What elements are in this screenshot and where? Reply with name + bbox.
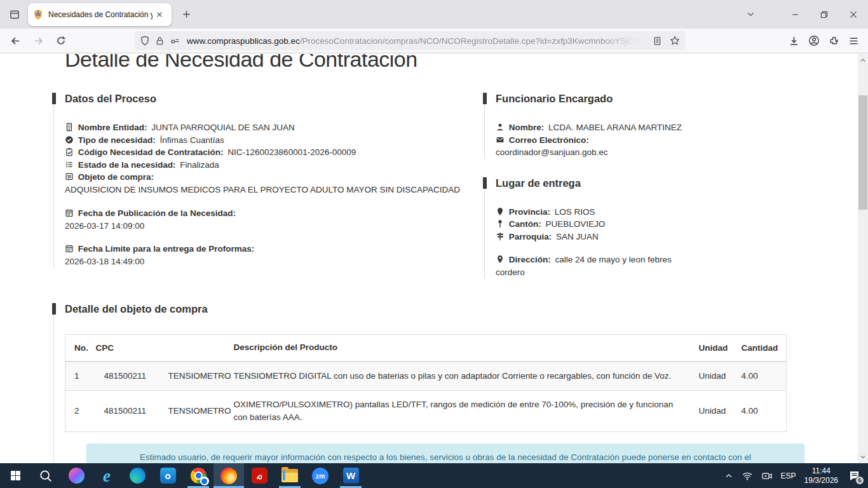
taskbar-file-explorer-button[interactable] bbox=[275, 463, 305, 488]
minimize-icon bbox=[791, 10, 799, 18]
notification-count-badge: 5 bbox=[855, 476, 864, 485]
taskbar-clock[interactable]: 11:44 19/3/2026 bbox=[804, 466, 838, 485]
table-row: 1 481500211 TENSIOMETRO TENSIOMETRO DIGI… bbox=[65, 362, 787, 391]
tab-close-button[interactable] bbox=[153, 8, 166, 22]
tray-chevron-up-icon[interactable] bbox=[724, 471, 733, 480]
field-nombre-entidad: Nombre Entidad: JUNTA PARROQUIAL DE SAN … bbox=[65, 121, 470, 134]
field-tipo-necesidad: Tipo de necesidad: Ínfimas Cuantías bbox=[65, 134, 470, 147]
edge-icon bbox=[130, 468, 146, 484]
section-lugar-de-entrega: Lugar de entrega Provincia: LOS RIOS Can… bbox=[484, 177, 793, 279]
window-close-button[interactable] bbox=[839, 0, 868, 29]
scrollbar-down-arrow[interactable] bbox=[858, 452, 868, 462]
taskbar-outlook-button[interactable]: o bbox=[153, 463, 183, 488]
wifi-icon[interactable] bbox=[742, 471, 753, 481]
list-alt-icon bbox=[65, 171, 76, 184]
new-tab-button[interactable] bbox=[177, 5, 196, 24]
permissions-icon[interactable] bbox=[170, 36, 180, 46]
screen: Necesidades de Contratación y bbox=[0, 0, 868, 488]
taskbar-edge-button[interactable] bbox=[122, 463, 153, 488]
reload-button[interactable] bbox=[51, 31, 71, 50]
col-header-cpc: CPC bbox=[96, 335, 226, 362]
browser-tab[interactable]: Necesidades de Contratación y bbox=[28, 3, 172, 26]
windows-logo-icon bbox=[10, 470, 21, 481]
calendar-icon bbox=[65, 243, 76, 255]
section-heading: Funcionario Encargado bbox=[496, 92, 793, 105]
list-all-tabs-button[interactable] bbox=[740, 4, 761, 25]
map-marker-alt-icon bbox=[496, 254, 506, 266]
chrome-icon bbox=[191, 468, 207, 484]
taskbar-copilot-button[interactable] bbox=[61, 463, 92, 488]
page-scrollbar[interactable] bbox=[858, 54, 868, 463]
meet-now-camera-icon[interactable] bbox=[761, 471, 773, 481]
notification-center-button[interactable]: 5 bbox=[846, 468, 862, 484]
col-header-no: No. bbox=[65, 335, 96, 362]
firefox-view-button[interactable] bbox=[4, 4, 25, 25]
internet-explorer-icon: e bbox=[103, 468, 111, 484]
site-favicon bbox=[33, 10, 43, 20]
field-estado-necesidad: Estado de la necesidad: Finalizada bbox=[65, 159, 470, 172]
window-restore-button[interactable] bbox=[810, 0, 839, 29]
scrollbar-up-arrow[interactable] bbox=[858, 55, 868, 65]
window-minimize-button[interactable] bbox=[780, 0, 810, 29]
extensions-puzzle-icon[interactable] bbox=[829, 36, 839, 46]
lock-icon[interactable] bbox=[155, 36, 165, 46]
section-heading: Lugar de entrega bbox=[496, 177, 793, 189]
firefox-icon bbox=[220, 468, 237, 484]
forward-button[interactable] bbox=[28, 31, 48, 50]
downloads-icon[interactable] bbox=[789, 36, 799, 46]
objeto-compra-value: ADQUISICION DE INSUMOS MEDICOS PARA EL P… bbox=[65, 184, 470, 196]
check-circle-icon bbox=[65, 134, 76, 147]
fecha-limite-value: 2026-03-18 14:49:00 bbox=[65, 255, 470, 268]
plus-icon bbox=[182, 10, 191, 19]
clipboard-check-icon bbox=[65, 146, 76, 159]
section-funcionario-encargado: Funcionario Encargado Nombre: LCDA. MABE… bbox=[484, 92, 793, 159]
taskbar-acrobat-button[interactable] bbox=[244, 463, 275, 488]
taskbar-chrome-button[interactable] bbox=[183, 463, 214, 488]
zoom-icon: zm bbox=[312, 468, 329, 484]
back-button[interactable] bbox=[5, 31, 25, 50]
col-header-cantidad: Cantidad bbox=[742, 335, 787, 362]
map-pin-icon bbox=[496, 218, 506, 231]
account-icon[interactable] bbox=[808, 35, 820, 46]
taskbar-word-button[interactable]: W bbox=[336, 463, 366, 488]
fecha-publicacion-value: 2026-03-17 14:09:00 bbox=[65, 220, 470, 233]
acrobat-icon bbox=[252, 468, 268, 484]
url-bar[interactable]: www.compraspublicas.gob.ec/ProcesoContra… bbox=[135, 31, 685, 50]
field-direccion: Dirección: calle 24 de mayo y leon febre… bbox=[496, 254, 680, 278]
forward-icon bbox=[33, 36, 44, 46]
list-icon bbox=[65, 159, 76, 172]
field-codigo-necesidad: Código Necesidad de Contratación: NIC-12… bbox=[65, 146, 470, 159]
user-icon bbox=[496, 121, 506, 134]
scrollbar-thumb[interactable] bbox=[858, 95, 867, 210]
browser-tab-bar: Necesidades de Contratación y bbox=[0, 0, 868, 29]
calendar-icon bbox=[65, 207, 76, 220]
url-domain: www.compraspublicas.gob.ec bbox=[187, 36, 300, 46]
menu-hamburger-icon[interactable] bbox=[848, 36, 859, 46]
field-objeto-compra: Objeto de compra: bbox=[65, 171, 470, 184]
tracking-protection-shield-icon[interactable] bbox=[140, 36, 150, 46]
close-icon bbox=[849, 10, 858, 19]
windows-taskbar: e o zm W ESP 11:44 19/3/2026 5 bbox=[0, 463, 868, 488]
reader-view-icon[interactable] bbox=[653, 36, 662, 46]
page-title: Detalle de Necesidad de Contratación bbox=[65, 54, 858, 72]
outlook-icon: o bbox=[160, 468, 176, 484]
word-icon: W bbox=[343, 468, 359, 484]
signpost-icon bbox=[496, 231, 506, 243]
table-row: 2 481500211 TENSIOMETRO OXIMETRO/PULSOXI… bbox=[65, 390, 787, 431]
chevron-up-icon bbox=[860, 57, 866, 64]
language-indicator[interactable]: ESP bbox=[781, 471, 796, 480]
taskbar-internet-explorer-button[interactable]: e bbox=[92, 463, 122, 488]
page-content: Detalle de Necesidad de Contratación Dat… bbox=[0, 54, 858, 463]
start-button[interactable] bbox=[0, 463, 31, 488]
building-icon bbox=[65, 121, 76, 134]
table-header-row: No. CPC Descripción del Producto Unidad … bbox=[65, 335, 787, 362]
field-correo: Correo Electrónico: bbox=[496, 134, 793, 147]
bookmark-star-icon[interactable] bbox=[670, 36, 680, 46]
taskbar-search-button[interactable] bbox=[31, 463, 61, 488]
browser-toolbar: www.compraspublicas.gob.ec/ProcesoContra… bbox=[0, 29, 868, 53]
section-datos-del-proceso: Datos del Proceso Nombre Entidad: JUNTA … bbox=[53, 92, 470, 268]
taskbar-firefox-button[interactable] bbox=[214, 463, 244, 488]
restore-icon bbox=[820, 10, 829, 19]
firefox-view-icon bbox=[9, 9, 20, 20]
taskbar-zoom-button[interactable]: zm bbox=[305, 463, 336, 488]
